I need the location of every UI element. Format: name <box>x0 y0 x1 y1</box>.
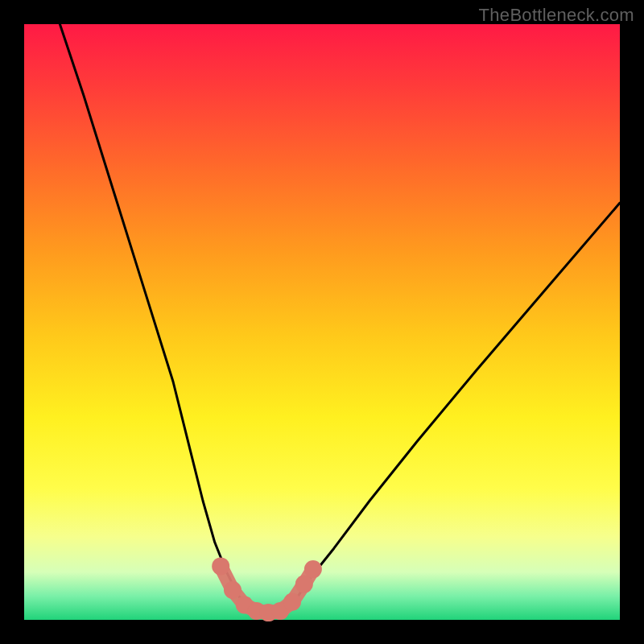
marker-dot <box>212 557 229 575</box>
marker-dot <box>283 593 301 611</box>
marker-dot <box>224 581 242 599</box>
bottleneck-curve <box>60 24 620 614</box>
curve-path <box>60 24 620 614</box>
marker-dot <box>304 560 322 578</box>
chart-svg <box>24 24 620 620</box>
chart-stage: TheBottleneck.com <box>0 0 644 644</box>
marker-dot <box>295 576 313 593</box>
highlight-markers <box>212 557 322 621</box>
watermark-text: TheBottleneck.com <box>479 5 634 26</box>
plot-area <box>24 24 620 620</box>
